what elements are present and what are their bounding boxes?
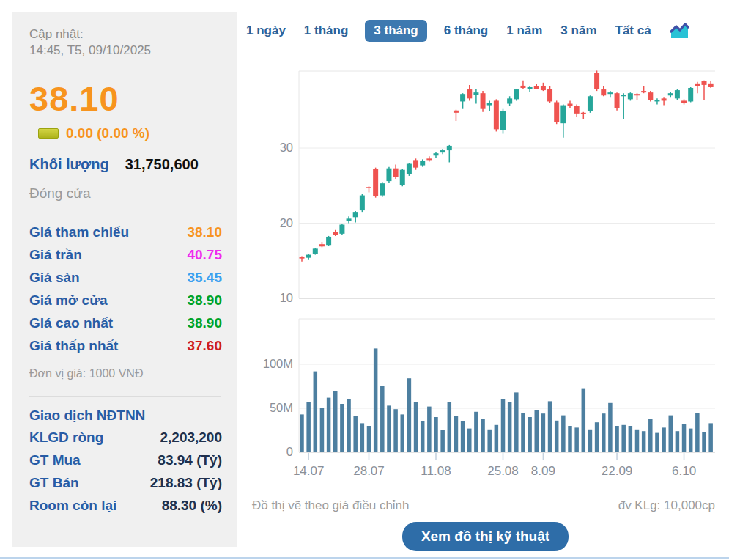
foreign-row-label: GT Bán: [29, 475, 79, 491]
tab-3-năm[interactable]: 3 năm: [559, 20, 598, 42]
last-price: 38.10: [29, 78, 222, 119]
volume-label: Khối lượng: [29, 156, 109, 173]
price-row-value: 38.10: [187, 224, 222, 240]
price-info-table: Giá tham chiếu38.10Giá trần40.75Giá sàn3…: [29, 221, 222, 358]
price-row-label: Giá tham chiếu: [29, 224, 129, 240]
price-row-value: 37.60: [187, 338, 222, 354]
time-range-tabs: 1 ngày1 tháng3 tháng6 tháng1 năm3 nămTất…: [245, 19, 689, 43]
updated-label: Cập nhật:: [29, 26, 222, 43]
svg-text:20: 20: [280, 216, 293, 229]
svg-text:28.07: 28.07: [353, 464, 385, 478]
foreign-row-value: 88.30 (%): [162, 498, 222, 514]
price-row-value: 38.90: [187, 292, 222, 309]
svg-text:50M: 50M: [270, 401, 293, 414]
foreign-row-label: GT Mua: [29, 452, 81, 468]
tab-1-tháng[interactable]: 1 tháng: [303, 20, 349, 42]
volume-row: Khối lượng 31,750,600: [29, 156, 222, 173]
view-technical-chart-button[interactable]: Xem đồ thị kỹ thuật: [402, 522, 569, 551]
price-row: Giá trần40.75: [29, 244, 222, 267]
price-row-value: 40.75: [187, 247, 222, 263]
foreign-row-value: 218.83 (Tỷ): [150, 475, 222, 491]
divider: [29, 213, 221, 213]
price-row-label: Giá cao nhất: [29, 315, 113, 331]
foreign-row-label: KLGD ròng: [29, 430, 103, 446]
change-direction-badge: [38, 128, 59, 139]
price-unit-note: Đơn vị giá: 1000 VNĐ: [29, 367, 222, 380]
foreign-row: GT Bán218.83 (Tỷ): [29, 472, 222, 495]
foreign-trading-table: KLGD ròng2,203,200GT Mua83.94 (Tỷ)GT Bán…: [29, 427, 222, 517]
foreign-trading-title: Giao dịch NĐTNN: [29, 404, 222, 427]
updated-value: 14:45, T5, 09/10/2025: [29, 43, 222, 59]
svg-text:30: 30: [280, 141, 293, 154]
stock-summary-panel: Cập nhật: 14:45, T5, 09/10/2025 38.10 0.…: [12, 12, 237, 547]
bottom-divider: [0, 557, 729, 559]
price-row-label: Giá trần: [29, 247, 82, 263]
foreign-row-label: Room còn lại: [29, 498, 116, 514]
price-change-row: 0.00 (0.00 %): [29, 125, 222, 141]
svg-text:25.08: 25.08: [487, 464, 519, 478]
svg-text:14.07: 14.07: [293, 464, 325, 478]
price-row-value: 38.90: [187, 315, 222, 331]
price-row: Giá thấp nhất37.60: [29, 335, 222, 358]
price-volume-chart[interactable]: 102030050M100M14.0728.0711.0825.088.0922…: [242, 51, 729, 491]
foreign-row: GT Mua83.94 (Tỷ): [29, 449, 222, 472]
svg-text:8.09: 8.09: [531, 464, 555, 478]
price-row-label: Giá thấp nhất: [29, 338, 118, 354]
stock-detail-page: Cập nhật: 14:45, T5, 09/10/2025 38.10 0.…: [0, 0, 729, 560]
price-row-label: Giá sàn: [29, 270, 80, 286]
foreign-row-value: 83.94 (Tỷ): [158, 452, 222, 468]
price-row: Giá cao nhất38.90: [29, 312, 222, 335]
foreign-row-value: 2,203,200: [160, 430, 222, 446]
area-chart-icon[interactable]: [670, 22, 689, 40]
svg-text:0: 0: [286, 445, 293, 458]
tab-3-tháng[interactable]: 3 tháng: [365, 20, 426, 42]
svg-text:22.09: 22.09: [602, 464, 633, 478]
volume-unit-note: đv KLg: 10,000cp: [618, 498, 715, 513]
chart-notes: Đồ thị vẽ theo giá điều chỉnh đv KLg: 10…: [252, 498, 715, 513]
svg-text:6.10: 6.10: [672, 464, 696, 478]
adjusted-price-note: Đồ thị vẽ theo giá điều chỉnh: [252, 498, 410, 513]
technical-chart-button-row: Xem đồ thị kỹ thuật: [242, 522, 729, 551]
svg-text:100M: 100M: [263, 357, 293, 370]
volume-value: 31,750,600: [125, 156, 199, 173]
svg-text:10: 10: [280, 291, 293, 304]
tab-6-tháng[interactable]: 6 tháng: [443, 20, 489, 42]
candlestick-volume-svg[interactable]: 102030050M100M14.0728.0711.0825.088.0922…: [242, 51, 729, 491]
divider: [29, 396, 221, 397]
svg-text:11.08: 11.08: [421, 464, 451, 478]
price-change-value: 0.00 (0.00 %): [66, 125, 149, 141]
price-row: Giá mở cửa38.90: [29, 290, 222, 312]
price-row-value: 35.45: [187, 270, 222, 286]
price-row-label: Giá mở cửa: [29, 292, 107, 309]
foreign-row: KLGD ròng2,203,200: [29, 427, 222, 449]
price-row: Giá sàn35.45: [29, 267, 222, 290]
session-status: Đóng cửa: [29, 185, 222, 202]
foreign-row: Room còn lại88.30 (%): [29, 495, 222, 517]
price-row: Giá tham chiếu38.10: [29, 221, 222, 244]
tab-1-năm[interactable]: 1 năm: [505, 20, 544, 42]
tab-1-ngày[interactable]: 1 ngày: [245, 20, 287, 42]
tab-tất-cả[interactable]: Tất cả: [614, 20, 653, 42]
